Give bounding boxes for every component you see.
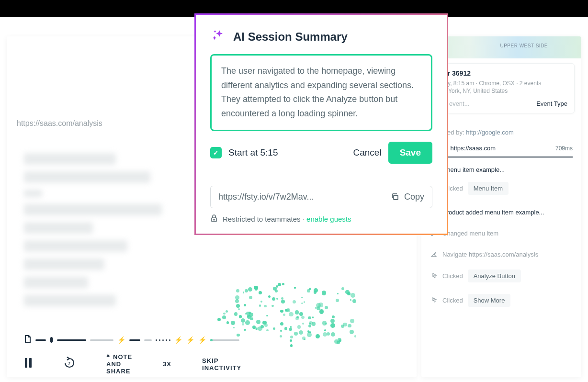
event-changed: Changed menu item (430, 229, 573, 237)
summary-text[interactable]: The user navigated to the homepage, view… (210, 54, 432, 131)
event-product-added: Product added menu item example... (430, 208, 573, 216)
menu-item-pill: Menu Item (468, 182, 509, 195)
share-url-row: https://fsty.io/v/7w2Mav... Copy (210, 186, 432, 208)
show-more-pill: Show More (468, 294, 511, 307)
user-meta: Today, 8:15 am · Chrome, OSX · 2 events (435, 80, 567, 87)
event-search-input[interactable]: Find event... (435, 100, 531, 107)
pause-button[interactable] (24, 358, 33, 371)
bolt-icon: ⚡ (198, 336, 206, 344)
map-label: UPPER WEST SIDE (500, 43, 548, 48)
bolt-icon: ⚡ (186, 336, 194, 344)
start-at-checkbox[interactable]: ✓ (210, 147, 222, 158)
click-icon (430, 297, 438, 304)
cancel-button[interactable]: Cancel (353, 147, 381, 158)
copy-icon (391, 192, 399, 201)
note-and-share-button[interactable]: ❝NOTE AND SHARE (106, 353, 132, 375)
svg-rect-0 (25, 358, 27, 368)
event-duration: 709ms (555, 145, 573, 152)
sparkle-icon (210, 28, 226, 45)
svg-point-7 (214, 219, 215, 220)
referred-by: Referred by: http://google.com (430, 129, 573, 136)
playback-controls: 7 ❝NOTE AND SHARE 3X SKIP INACTIVITY (24, 353, 239, 375)
start-at-label: Start at 5:15 (228, 147, 278, 158)
bolt-icon: ⚡ (174, 336, 182, 344)
timeline[interactable]: ⚡ ⚡ ⚡ ⚡ (24, 333, 239, 347)
svg-rect-5 (394, 195, 398, 200)
copy-button[interactable]: Copy (391, 192, 424, 202)
bolt-icon: ⚡ (117, 336, 125, 344)
page-marker-icon (24, 335, 32, 345)
event-type-filter[interactable]: Event Type (536, 100, 567, 107)
analyze-button-pill: Analyze Button (468, 270, 521, 282)
playback-bar: ⚡ ⚡ ⚡ ⚡ 7 (13, 326, 250, 377)
skip-inactivity-button[interactable]: SKIP INACTIVITY (202, 357, 241, 371)
event-show-more[interactable]: Clicked Show More (430, 294, 573, 307)
click-icon (430, 272, 438, 280)
save-button[interactable]: Save (388, 142, 432, 164)
event-menu-desc: Click menu item example... (430, 166, 573, 173)
speed-control[interactable]: 3X (163, 360, 171, 368)
svg-text:7: 7 (68, 361, 71, 366)
event-visited: Visited https://saas.com 709ms (430, 145, 573, 152)
modal-title: AI Session Summary (233, 30, 348, 44)
user-location: New York, NY, United States (435, 88, 567, 94)
navigate-icon (430, 250, 438, 258)
user-card: User 36912 Today, 8:15 am · Chrome, OSX … (428, 63, 575, 113)
svg-rect-1 (29, 358, 32, 368)
referrer-link[interactable]: http://google.com (466, 129, 514, 136)
playhead[interactable] (50, 337, 53, 343)
share-url[interactable]: https://fsty.io/v/7w2Mav... (218, 192, 391, 202)
event-clicked-menu[interactable]: Clicked Menu Item (430, 182, 573, 195)
rewind-button[interactable]: 7 (63, 357, 76, 371)
page-url: https://saas.com/analysis (17, 119, 102, 128)
restriction-row: Restricted to teammates · enable guests (210, 214, 432, 224)
event-clicked-analyze[interactable]: Clicked Analyze Button (430, 270, 573, 282)
user-id: User 36912 (435, 69, 567, 77)
restricted-label: Restricted to teammates · (223, 215, 306, 223)
enable-guests-link[interactable]: enable guests (306, 215, 351, 223)
event-navigate: Navigate https://saas.com/analysis (430, 250, 573, 258)
lock-icon (210, 214, 218, 224)
ai-summary-modal: AI Session Summary The user navigated to… (194, 13, 448, 235)
